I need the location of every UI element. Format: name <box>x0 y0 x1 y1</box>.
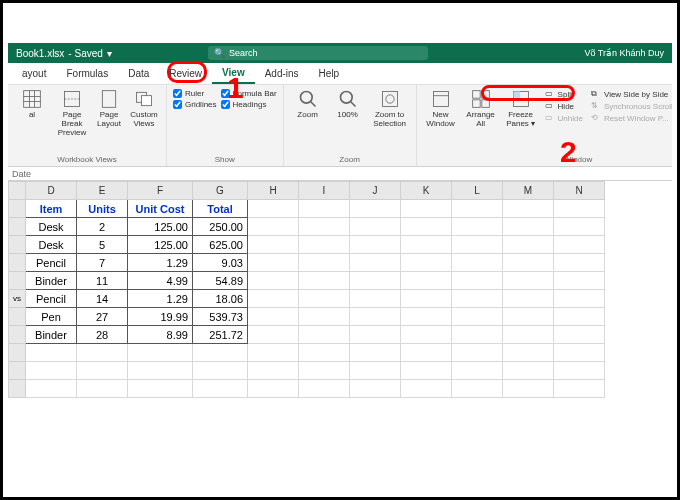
cell[interactable] <box>299 254 350 272</box>
cell[interactable]: Units <box>77 200 128 218</box>
normal-view-button[interactable]: al <box>14 89 50 153</box>
col-D[interactable]: D <box>26 182 77 200</box>
cell[interactable] <box>26 344 77 362</box>
search-box[interactable]: 🔍 Search <box>208 46 428 60</box>
cell[interactable] <box>401 362 452 380</box>
cell[interactable] <box>350 218 401 236</box>
cell[interactable] <box>503 236 554 254</box>
cell[interactable]: 251.72 <box>193 326 248 344</box>
view-side-by-side-button[interactable]: ⧉View Side by Side <box>591 89 672 99</box>
cell[interactable] <box>452 362 503 380</box>
col-H[interactable]: H <box>248 182 299 200</box>
cell[interactable]: Pen <box>26 308 77 326</box>
cell[interactable] <box>452 308 503 326</box>
col-I[interactable]: I <box>299 182 350 200</box>
cell[interactable]: 28 <box>77 326 128 344</box>
cell[interactable]: Item <box>26 200 77 218</box>
split-button[interactable]: ▭Split <box>545 89 583 99</box>
cell[interactable] <box>299 272 350 290</box>
col-F[interactable]: F <box>128 182 193 200</box>
cell[interactable] <box>503 290 554 308</box>
cell[interactable]: 11 <box>77 272 128 290</box>
cell[interactable] <box>248 236 299 254</box>
cell[interactable] <box>248 254 299 272</box>
cell[interactable] <box>299 344 350 362</box>
cell[interactable] <box>299 290 350 308</box>
page-break-button[interactable]: Page Break Preview <box>54 89 90 153</box>
cell[interactable]: Binder <box>26 326 77 344</box>
col-E[interactable]: E <box>77 182 128 200</box>
cell[interactable] <box>350 290 401 308</box>
cell[interactable]: 125.00 <box>128 236 193 254</box>
hide-button[interactable]: ▭Hide <box>545 101 583 111</box>
cell[interactable] <box>554 380 605 398</box>
cell[interactable]: 1.29 <box>128 254 193 272</box>
cell[interactable] <box>299 200 350 218</box>
row-header[interactable] <box>9 200 26 218</box>
cell[interactable] <box>193 344 248 362</box>
cell[interactable] <box>401 200 452 218</box>
cell[interactable] <box>26 362 77 380</box>
cell[interactable] <box>350 380 401 398</box>
cell[interactable]: 2 <box>77 218 128 236</box>
cell[interactable]: 125.00 <box>128 218 193 236</box>
cell[interactable] <box>401 218 452 236</box>
cell[interactable] <box>401 344 452 362</box>
cell[interactable] <box>350 236 401 254</box>
cell[interactable] <box>401 236 452 254</box>
cell[interactable] <box>401 254 452 272</box>
cell[interactable] <box>299 218 350 236</box>
cell[interactable] <box>77 362 128 380</box>
row-header[interactable] <box>9 344 26 362</box>
cell[interactable] <box>554 344 605 362</box>
cell[interactable] <box>503 326 554 344</box>
cell[interactable] <box>248 272 299 290</box>
cell[interactable] <box>503 362 554 380</box>
cell[interactable] <box>452 344 503 362</box>
cell[interactable] <box>193 380 248 398</box>
cell[interactable]: 8.99 <box>128 326 193 344</box>
col-L[interactable]: L <box>452 182 503 200</box>
cell[interactable] <box>248 218 299 236</box>
cell[interactable] <box>299 380 350 398</box>
cell[interactable] <box>452 290 503 308</box>
freeze-panes-button[interactable]: Freeze Panes ▾ <box>503 89 539 153</box>
cell[interactable] <box>503 308 554 326</box>
row-header[interactable] <box>9 362 26 380</box>
cell[interactable] <box>452 254 503 272</box>
unhide-button[interactable]: ▭Unhide <box>545 113 583 123</box>
cell[interactable] <box>401 380 452 398</box>
cell[interactable] <box>503 254 554 272</box>
tab-addins[interactable]: Add-ins <box>255 64 309 83</box>
cell[interactable]: 5 <box>77 236 128 254</box>
ruler-checkbox[interactable]: Ruler <box>173 89 217 98</box>
select-all-corner[interactable] <box>9 182 26 200</box>
tab-layout[interactable]: ayout <box>12 64 56 83</box>
cell[interactable]: Unit Cost <box>128 200 193 218</box>
page-layout-button[interactable]: Page Layout <box>94 89 124 153</box>
cell[interactable] <box>299 308 350 326</box>
name-box[interactable]: Date <box>12 169 31 179</box>
reset-window-button[interactable]: ⟲Reset Window P... <box>591 113 672 123</box>
sheet-area[interactable]: D E F G H I J K L M N Item Units Unit Co… <box>8 181 672 457</box>
cell[interactable]: Desk <box>26 218 77 236</box>
cell[interactable] <box>350 362 401 380</box>
cell[interactable] <box>554 218 605 236</box>
cell[interactable] <box>248 344 299 362</box>
col-G[interactable]: G <box>193 182 248 200</box>
zoom-selection-button[interactable]: Zoom to Selection <box>370 89 410 153</box>
cell[interactable] <box>350 254 401 272</box>
cell[interactable]: 27 <box>77 308 128 326</box>
spreadsheet-grid[interactable]: D E F G H I J K L M N Item Units Unit Co… <box>8 181 605 398</box>
cell[interactable]: 4.99 <box>128 272 193 290</box>
cell[interactable] <box>554 290 605 308</box>
cell[interactable] <box>452 200 503 218</box>
cell[interactable] <box>248 308 299 326</box>
row-header[interactable] <box>9 380 26 398</box>
new-window-button[interactable]: New Window <box>423 89 459 153</box>
cell[interactable]: 625.00 <box>193 236 248 254</box>
tab-help[interactable]: Help <box>309 64 350 83</box>
sync-scroll-button[interactable]: ⇅Synchronous Scrolling <box>591 101 672 111</box>
col-K[interactable]: K <box>401 182 452 200</box>
cell[interactable] <box>401 272 452 290</box>
